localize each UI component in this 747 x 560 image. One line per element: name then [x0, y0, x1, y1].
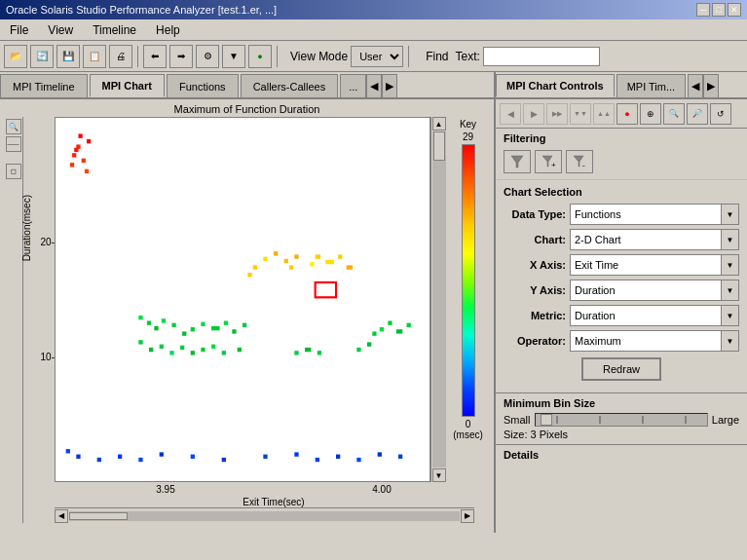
bin-track[interactable] [535, 413, 708, 427]
btn5[interactable]: 🖨 [109, 45, 132, 68]
x-axis-label-ctrl: X Axis: [504, 259, 570, 271]
chart-area: Maximum of Function Duration 🔍 —— ◻ [0, 99, 494, 533]
y-axis-row: Y Axis: Duration ▼ [504, 280, 739, 301]
window-controls: ─ □ ✕ [696, 3, 741, 17]
svg-rect-67 [398, 455, 402, 459]
find-input[interactable] [483, 47, 600, 66]
rt-reset-btn[interactable]: ↺ [710, 103, 731, 125]
tab-scroll-right[interactable]: ▶ [382, 74, 397, 97]
svg-rect-41 [169, 351, 173, 355]
sep1 [137, 46, 138, 67]
svg-rect-3 [87, 139, 91, 143]
menu-view[interactable]: View [42, 21, 79, 39]
btn4[interactable]: 📋 [83, 45, 106, 68]
svg-rect-61 [263, 455, 267, 459]
rt-up-btn[interactable]: ▲▲ [593, 103, 615, 125]
btn3[interactable]: 💾 [56, 45, 80, 68]
svg-rect-21 [138, 316, 142, 319]
menu-file[interactable]: File [4, 21, 34, 39]
right-tab-scroll-left[interactable]: ◀ [688, 74, 703, 97]
operator-dropdown[interactable]: ▼ [722, 330, 739, 352]
svg-rect-55 [97, 458, 101, 462]
svg-rect-65 [356, 458, 360, 462]
redraw-button[interactable]: Redraw [581, 357, 661, 381]
tab-mpi-chart-controls[interactable]: MPI Chart Controls [496, 74, 615, 97]
y-axis-labels: 20- 10- [23, 117, 55, 482]
metric-row: Metric: Duration ▼ [504, 305, 739, 326]
rt-zoom-out-btn[interactable]: 🔎 [687, 103, 708, 125]
btn8[interactable]: ⚙ [196, 45, 219, 68]
data-type-dropdown[interactable]: ▼ [722, 204, 739, 225]
filter-btn-1[interactable] [504, 150, 531, 173]
chart-scrollbar-h[interactable]: ◀ ▶ [55, 507, 474, 523]
menu-timeline[interactable]: Timeline [87, 21, 142, 39]
menu-help[interactable]: Help [150, 21, 186, 39]
scroll-track-v[interactable] [432, 131, 446, 467]
x-axis-dropdown[interactable]: ▼ [722, 254, 739, 276]
tab-functions[interactable]: Functions [167, 74, 239, 97]
rt-play-all-btn[interactable]: ▶▶ [546, 103, 568, 125]
tab-more[interactable]: ... [340, 74, 366, 97]
svg-rect-60 [222, 458, 226, 462]
rt-record-btn[interactable]: ● [616, 103, 638, 125]
scroll-down-btn[interactable]: ▼ [432, 468, 446, 482]
y-axis-value: Duration [570, 280, 722, 301]
tab-callers-callees[interactable]: Callers-Callees [241, 74, 339, 97]
sep3 [408, 46, 409, 67]
svg-rect-19 [338, 254, 342, 258]
select-btn[interactable]: ◻ [6, 164, 21, 179]
y-axis-dropdown[interactable]: ▼ [722, 280, 739, 301]
rt-down-btn[interactable]: ▼▼ [570, 103, 591, 125]
main-toolbar: 📂 🔄 💾 📋 🖨 ⬅ ➡ ⚙ ▼ ● View Mode User Find … [0, 41, 747, 72]
tab-mpi-timeline[interactable]: MPI Timeline [0, 74, 88, 97]
tab-mpi-tim[interactable]: MPI Tim... [616, 74, 687, 97]
scroll-up-btn[interactable]: ▲ [432, 117, 446, 131]
scroll-right-btn[interactable]: ▶ [461, 509, 474, 523]
rt-zoom-in-btn[interactable]: 🔍 [663, 103, 685, 125]
rt-zoom-btn[interactable]: ⊕ [640, 103, 661, 125]
key-min: 0 [466, 419, 471, 429]
text-label: Text: [456, 50, 480, 63]
svg-rect-27 [191, 327, 195, 331]
x-axis-select-wrap: Exit Time ▼ [570, 254, 739, 276]
btn2[interactable]: 🔄 [30, 45, 54, 68]
btn7[interactable]: ➡ [169, 45, 193, 68]
svg-rect-24 [162, 318, 166, 322]
svg-rect-25 [171, 323, 175, 327]
svg-rect-59 [191, 455, 195, 459]
btn10[interactable]: ● [248, 45, 272, 68]
zoom-out-btn[interactable]: —— [6, 136, 21, 152]
close-btn[interactable]: ✕ [728, 3, 741, 17]
zoom-in-btn[interactable]: 🔍 [6, 119, 21, 134]
svg-rect-15 [294, 254, 298, 258]
chart-dropdown[interactable]: ▼ [722, 229, 739, 250]
maximize-btn[interactable]: □ [712, 3, 726, 17]
chart-scrollbar-v[interactable]: ▲ ▼ [430, 117, 446, 482]
scroll-track-h[interactable] [69, 511, 460, 521]
btn6[interactable]: ⬅ [143, 45, 167, 68]
svg-rect-42 [180, 346, 184, 350]
tab-scroll-left[interactable]: ◀ [366, 74, 382, 97]
right-tab-scroll-right[interactable]: ▶ [703, 74, 719, 97]
details-section: Details [496, 444, 747, 533]
view-mode-select[interactable]: User [351, 46, 403, 67]
rt-back-btn[interactable]: ◀ [500, 103, 521, 125]
chart-select-wrap: 2-D Chart ▼ [570, 229, 739, 250]
scroll-left-btn[interactable]: ◀ [55, 509, 68, 523]
tab-mpi-chart[interactable]: MPI Chart [90, 74, 165, 97]
open-btn[interactable]: 📂 [4, 45, 27, 68]
filter-buttons: + - [504, 148, 739, 175]
x-tick-1: 3.95 [156, 484, 174, 495]
filter-btn-2[interactable]: + [535, 150, 562, 173]
svg-rect-31 [232, 329, 236, 333]
scroll-thumb-h[interactable] [69, 512, 128, 520]
filter-btn-3[interactable]: - [566, 150, 593, 173]
y-axis-select-wrap: Duration ▼ [570, 280, 739, 301]
bin-thumb[interactable] [541, 414, 552, 426]
btn9[interactable]: ▼ [222, 45, 245, 68]
minimize-btn[interactable]: ─ [696, 3, 710, 17]
metric-dropdown[interactable]: ▼ [722, 305, 739, 326]
svg-rect-16 [310, 262, 314, 266]
scroll-thumb-v[interactable] [433, 131, 445, 161]
rt-play-btn[interactable]: ▶ [523, 103, 544, 125]
